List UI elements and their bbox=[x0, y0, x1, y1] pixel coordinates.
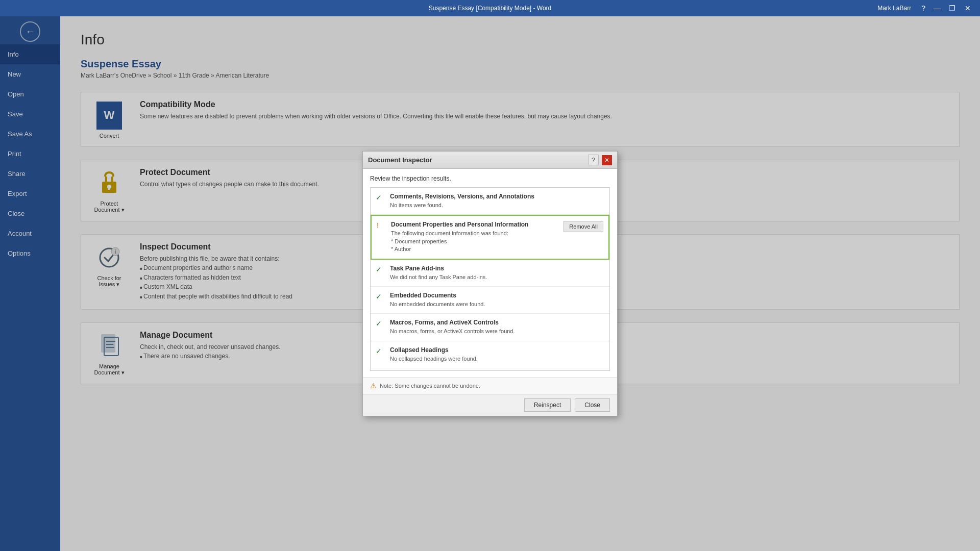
document-inspector-dialog: Document Inspector ? ✕ Review the inspec… bbox=[362, 151, 618, 416]
inspector-item-title-embedded-docs: Embedded Documents bbox=[390, 292, 604, 299]
inspector-item-doc-props: !Document Properties and Personal Inform… bbox=[371, 215, 609, 259]
reinspect-button[interactable]: Reinspect bbox=[524, 398, 571, 412]
check-icon: ✓ bbox=[376, 292, 386, 300]
inspector-item-content-comments: Comments, Revisions, Versions, and Annot… bbox=[390, 193, 604, 209]
inspector-item-title-macros: Macros, Forms, and ActiveX Controls bbox=[390, 319, 604, 326]
inspector-item-content-doc-props: Document Properties and Personal Informa… bbox=[391, 221, 558, 253]
inspector-list[interactable]: ✓Comments, Revisions, Versions, and Anno… bbox=[370, 187, 610, 371]
close-window-button[interactable]: ✕ bbox=[961, 3, 975, 13]
inspector-item-content-macros: Macros, Forms, and ActiveX ControlsNo ma… bbox=[390, 319, 604, 335]
dialog-title: Document Inspector bbox=[368, 156, 432, 164]
maximize-button[interactable]: ❐ bbox=[946, 3, 959, 13]
dialog-titlebar: Document Inspector ? ✕ bbox=[363, 152, 617, 169]
inspector-item-custom-xml: !Custom XML DataCustom XML data was foun… bbox=[371, 368, 609, 371]
titlebar-title: Suspense Essay [Compatibility Mode] - Wo… bbox=[429, 5, 552, 12]
inspector-item-task-pane: ✓Task Pane Add-insWe did not find any Ta… bbox=[371, 260, 609, 287]
inspector-item-comments: ✓Comments, Revisions, Versions, and Anno… bbox=[371, 188, 609, 215]
inspector-item-embedded-docs: ✓Embedded DocumentsNo embedded documents… bbox=[371, 287, 609, 314]
inspector-item-title-comments: Comments, Revisions, Versions, and Annot… bbox=[390, 193, 604, 200]
check-icon: ✓ bbox=[376, 193, 386, 202]
inspector-item-desc-task-pane: We did not find any Task Pane add-ins. bbox=[390, 273, 604, 281]
inspector-item-desc-macros: No macros, forms, or ActiveX controls we… bbox=[390, 328, 604, 335]
inspector-item-title-doc-props: Document Properties and Personal Informa… bbox=[391, 221, 558, 228]
dialog-help-button[interactable]: ? bbox=[588, 155, 599, 165]
inspector-item-content-embedded-docs: Embedded DocumentsNo embedded documents … bbox=[390, 292, 604, 308]
dialog-footer: Reinspect Close bbox=[363, 394, 617, 416]
inspector-item-desc-embedded-docs: No embedded documents were found. bbox=[390, 300, 604, 308]
dialog-subtitle: Review the inspection results. bbox=[370, 175, 610, 182]
dialog-close-icon-button[interactable]: ✕ bbox=[602, 155, 612, 165]
remove-all-button-doc-props[interactable]: Remove All bbox=[564, 221, 603, 232]
dialog-body: Review the inspection results. ✓Comments… bbox=[363, 169, 617, 377]
titlebar: Suspense Essay [Compatibility Mode] - Wo… bbox=[0, 0, 980, 16]
note-text: Note: Some changes cannot be undone. bbox=[380, 383, 480, 389]
check-icon: ✓ bbox=[376, 319, 386, 328]
inspector-item-desc-collapsed-headings: No collapsed headings were found. bbox=[390, 355, 604, 363]
inspector-item-content-collapsed-headings: Collapsed HeadingsNo collapsed headings … bbox=[390, 346, 604, 363]
help-button[interactable]: ? bbox=[918, 3, 928, 13]
warning-icon: ! bbox=[377, 221, 387, 230]
inspector-item-desc-doc-props: The following document information was f… bbox=[391, 230, 558, 253]
inspector-item-content-task-pane: Task Pane Add-insWe did not find any Tas… bbox=[390, 265, 604, 281]
dialog-overlay: Document Inspector ? ✕ Review the inspec… bbox=[0, 16, 980, 551]
minimize-button[interactable]: — bbox=[930, 3, 944, 13]
warning-icon: ⚠ bbox=[370, 382, 377, 390]
inspector-item-desc-comments: No items were found. bbox=[390, 202, 604, 209]
dialog-controls: ? ✕ bbox=[588, 155, 612, 165]
titlebar-user: Mark LaBarr bbox=[877, 5, 911, 12]
inspector-item-collapsed-headings: ✓Collapsed HeadingsNo collapsed headings… bbox=[371, 341, 609, 368]
check-icon: ✓ bbox=[376, 347, 386, 355]
dialog-close-button[interactable]: Close bbox=[575, 398, 610, 412]
inspector-item-title-task-pane: Task Pane Add-ins bbox=[390, 265, 604, 272]
dialog-note: ⚠ Note: Some changes cannot be undone. bbox=[363, 377, 617, 394]
inspector-item-macros: ✓Macros, Forms, and ActiveX ControlsNo m… bbox=[371, 314, 609, 341]
check-icon: ✓ bbox=[376, 265, 386, 273]
inspector-item-title-collapsed-headings: Collapsed Headings bbox=[390, 346, 604, 354]
